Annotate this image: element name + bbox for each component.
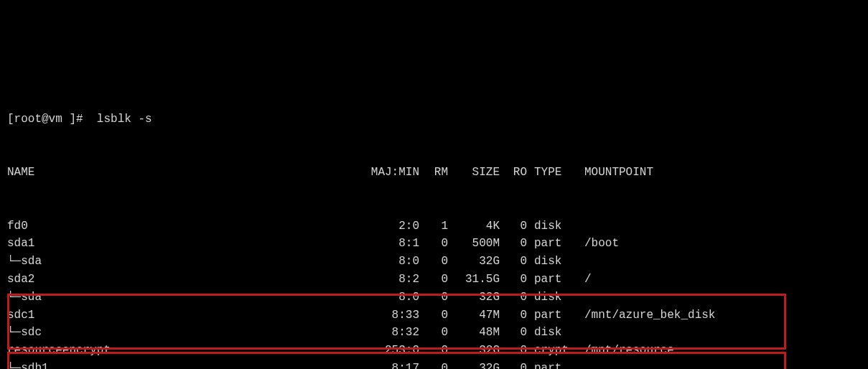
table-row: sdc18:33047M0part/mnt/azure_bek_disk: [7, 307, 861, 324]
type-value: disk: [527, 289, 577, 307]
type-value: part: [527, 307, 577, 324]
mountpoint-value: /boot: [577, 235, 619, 253]
rm-value: 0: [419, 342, 448, 360]
type-value: disk: [527, 218, 577, 235]
majmin-value: 253:0: [366, 342, 419, 360]
rm-value: 0: [419, 253, 448, 271]
ro-value: 0: [500, 307, 527, 324]
mountpoint-value: [577, 289, 584, 307]
type-value: part: [527, 235, 577, 253]
size-value: 48M: [448, 324, 500, 342]
table-row: └─sdb18:17032G0part: [7, 360, 861, 369]
rm-value: 0: [419, 289, 448, 307]
terminal-output: [root@vm ]# lsblk -s NAMEMAJ:MINRMSIZERO…: [7, 75, 861, 369]
table-row: └─sda8:0032G0disk: [7, 289, 861, 307]
header-name: NAME: [7, 164, 366, 182]
rm-value: 0: [419, 307, 448, 324]
ro-value: 0: [500, 271, 527, 289]
size-value: 500M: [448, 235, 500, 253]
majmin-value: 8:1: [366, 235, 419, 253]
size-value: 32G: [448, 253, 500, 271]
mountpoint-value: [577, 324, 584, 342]
majmin-value: 8:17: [366, 360, 419, 369]
majmin-value: 8:32: [366, 324, 419, 342]
mountpoint-value: [577, 253, 584, 271]
rm-value: 0: [419, 271, 448, 289]
mountpoint-value: /mnt/azure_bek_disk: [577, 307, 715, 324]
device-name: fd0: [7, 218, 366, 235]
majmin-value: 8:0: [366, 253, 419, 271]
type-value: part: [527, 271, 577, 289]
header-size: SIZE: [448, 164, 500, 182]
header-type: TYPE: [527, 164, 577, 182]
device-name: resourceencrypt: [7, 342, 366, 360]
mountpoint-value: /: [577, 271, 592, 289]
ro-value: 0: [500, 218, 527, 235]
type-value: disk: [527, 324, 577, 342]
device-name: sda2: [7, 271, 366, 289]
ro-value: 0: [500, 235, 527, 253]
type-value: crypt: [527, 342, 577, 360]
type-value: disk: [527, 253, 577, 271]
header-mount: MOUNTPOINT: [577, 164, 653, 182]
device-name: └─sdc: [7, 324, 366, 342]
size-value: 4K: [448, 218, 500, 235]
ro-value: 0: [500, 360, 527, 369]
rm-value: 0: [419, 324, 448, 342]
mountpoint-value: /mnt/resource: [577, 342, 674, 360]
size-value: 31.5G: [448, 271, 500, 289]
device-name: └─sda: [7, 289, 366, 307]
device-name: sda1: [7, 235, 366, 253]
table-row: └─sda8:0032G0disk: [7, 253, 861, 271]
rm-value: 0: [419, 360, 448, 369]
table-row: fd02:014K0disk: [7, 218, 861, 235]
device-name: └─sdb1: [7, 360, 366, 369]
ro-value: 0: [500, 324, 527, 342]
majmin-value: 8:33: [366, 307, 419, 324]
header-rm: RM: [419, 164, 448, 182]
prompt-text: [root@vm ]# lsblk -s: [7, 111, 152, 129]
table-header: NAMEMAJ:MINRMSIZEROTYPEMOUNTPOINT: [7, 164, 861, 182]
table-row: └─sdc8:32048M0disk: [7, 324, 861, 342]
rm-value: 1: [419, 218, 448, 235]
table-row: sda18:10500M0part/boot: [7, 235, 861, 253]
header-majmin: MAJ:MIN: [366, 164, 419, 182]
device-name: └─sda: [7, 253, 366, 271]
size-value: 32G: [448, 360, 500, 369]
size-value: 47M: [448, 307, 500, 324]
rm-value: 0: [419, 235, 448, 253]
table-row: resourceencrypt253:0032G0crypt/mnt/resou…: [7, 342, 861, 360]
mountpoint-value: [577, 360, 584, 369]
majmin-value: 8:2: [366, 271, 419, 289]
mountpoint-value: [577, 218, 584, 235]
majmin-value: 8:0: [366, 289, 419, 307]
ro-value: 0: [500, 253, 527, 271]
ro-value: 0: [500, 289, 527, 307]
table-row: sda28:2031.5G0part/: [7, 271, 861, 289]
size-value: 32G: [448, 289, 500, 307]
size-value: 32G: [448, 342, 500, 360]
command-prompt: [root@vm ]# lsblk -s: [7, 111, 861, 129]
ro-value: 0: [500, 342, 527, 360]
header-ro: RO: [500, 164, 527, 182]
device-name: sdc1: [7, 307, 366, 324]
type-value: part: [527, 360, 577, 369]
majmin-value: 2:0: [366, 218, 419, 235]
